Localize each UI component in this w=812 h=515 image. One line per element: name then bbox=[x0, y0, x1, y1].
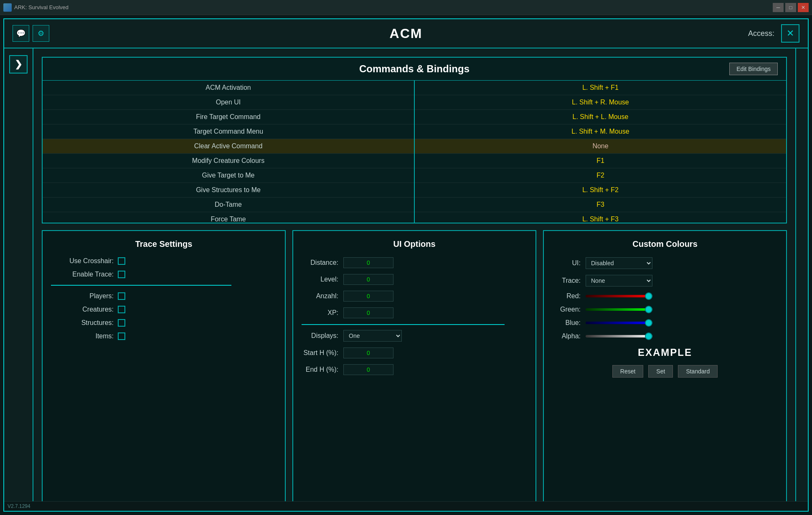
alpha-slider[interactable] bbox=[586, 335, 652, 337]
command-name: Modify Creature Colours bbox=[43, 154, 414, 168]
blue-slider[interactable] bbox=[586, 322, 652, 324]
green-slider[interactable] bbox=[586, 308, 652, 311]
trace-colour-row: Trace: None Red Green Blue bbox=[552, 275, 778, 287]
window-close-button[interactable]: ✕ bbox=[798, 3, 809, 12]
command-name: Open UI bbox=[43, 95, 414, 110]
ui-colour-select[interactable]: Disabled Enabled bbox=[586, 257, 652, 269]
table-row[interactable]: Give Structures to Me L. Shift + F2 bbox=[43, 183, 786, 198]
ui-options-title: UI Options bbox=[302, 239, 527, 249]
distance-row: Distance: 0 bbox=[302, 257, 527, 268]
command-binding: L. Shift + F1 bbox=[414, 81, 786, 95]
command-binding: F2 bbox=[414, 168, 786, 183]
xp-input[interactable]: 0 bbox=[343, 307, 393, 318]
table-row[interactable]: Give Target to Me F2 bbox=[43, 168, 786, 183]
table-row[interactable]: ACM Activation L. Shift + F1 bbox=[43, 81, 786, 95]
command-name: Target Command Menu bbox=[43, 124, 414, 139]
commands-scroll[interactable]: ACM Activation L. Shift + F1 Open UI L. … bbox=[43, 81, 786, 223]
enable-trace-checkbox[interactable] bbox=[118, 271, 125, 278]
red-slider[interactable] bbox=[586, 295, 652, 297]
alpha-row: Alpha: bbox=[552, 332, 778, 340]
trace-settings-panel: Trace Settings Use Crosshair: Enable Tra… bbox=[42, 230, 286, 502]
sidebar-arrow[interactable]: ❯ bbox=[9, 55, 28, 74]
alpha-label: Alpha: bbox=[552, 332, 586, 340]
creatures-checkbox[interactable] bbox=[118, 306, 125, 313]
end-h-input[interactable]: 0 bbox=[343, 364, 393, 375]
title-bar-controls: ─ □ ✕ bbox=[773, 3, 809, 12]
set-button[interactable]: Set bbox=[648, 365, 673, 378]
reset-button[interactable]: Reset bbox=[612, 365, 644, 378]
end-h-label: End H (%): bbox=[302, 366, 343, 373]
enable-trace-label: Enable Trace: bbox=[51, 271, 118, 278]
creatures-label: Creatures: bbox=[51, 306, 118, 313]
trace-colour-select[interactable]: None Red Green Blue bbox=[586, 275, 652, 287]
enable-trace-row: Enable Trace: bbox=[51, 271, 277, 278]
app-icon bbox=[3, 3, 12, 12]
players-row: Players: bbox=[51, 292, 277, 300]
commands-header: Commands & Bindings Edit Bindings bbox=[43, 58, 786, 81]
trace-colour-label: Trace: bbox=[552, 277, 586, 284]
settings-icon[interactable]: ⚙ bbox=[33, 25, 49, 42]
command-name: Give Structures to Me bbox=[43, 183, 414, 198]
use-crosshair-checkbox[interactable] bbox=[118, 257, 125, 265]
xp-label: XP: bbox=[302, 309, 343, 317]
header-icons: 💬 ⚙ bbox=[13, 25, 49, 42]
standard-button[interactable]: Standard bbox=[678, 365, 718, 378]
command-binding: None bbox=[414, 139, 786, 154]
distance-label: Distance: bbox=[302, 259, 343, 266]
items-label: Items: bbox=[51, 332, 118, 340]
players-checkbox[interactable] bbox=[118, 292, 125, 300]
displays-row: Displays: One Two Three bbox=[302, 330, 527, 342]
table-row[interactable]: Fire Target Command L. Shift + L. Mouse bbox=[43, 110, 786, 124]
level-input[interactable]: 0 bbox=[343, 274, 393, 285]
example-text: EXAMPLE bbox=[552, 347, 778, 358]
anzahl-input[interactable]: 0 bbox=[343, 291, 393, 302]
ui-colour-label: UI: bbox=[552, 259, 586, 267]
command-binding: L. Shift + M. Mouse bbox=[414, 124, 786, 139]
command-binding: L. Shift + F2 bbox=[414, 183, 786, 198]
creatures-row: Creatures: bbox=[51, 306, 277, 313]
ui-options-panel: UI Options Distance: 0 Level: 0 Anzahl: … bbox=[292, 230, 536, 502]
command-name: ACM Activation bbox=[43, 81, 414, 95]
command-binding: F3 bbox=[414, 198, 786, 212]
structures-label: Structures: bbox=[51, 319, 118, 327]
blue-label: Blue: bbox=[552, 319, 586, 327]
distance-input[interactable]: 0 bbox=[343, 257, 393, 268]
close-button[interactable]: ✕ bbox=[781, 24, 799, 43]
version-bar: V2.7.1294 bbox=[4, 501, 808, 511]
command-binding: L. Shift + F3 bbox=[414, 212, 786, 223]
red-label: Red: bbox=[552, 292, 586, 300]
command-name: Clear Active Command bbox=[43, 139, 414, 154]
content-area: ❯ Commands & Bindings Edit Bindings ACM … bbox=[4, 48, 808, 511]
commands-table: ACM Activation L. Shift + F1 Open UI L. … bbox=[43, 81, 786, 223]
access-label: Access: bbox=[748, 29, 774, 38]
players-label: Players: bbox=[51, 292, 118, 300]
version-text: V2.7.1294 bbox=[8, 503, 30, 509]
table-row[interactable]: Clear Active Command None bbox=[43, 139, 786, 154]
bottom-sections: Trace Settings Use Crosshair: Enable Tra… bbox=[42, 230, 787, 502]
table-row[interactable]: Open UI L. Shift + R. Mouse bbox=[43, 95, 786, 110]
table-row[interactable]: Force Tame L. Shift + F3 bbox=[43, 212, 786, 223]
custom-colours-panel: Custom Colours UI: Disabled Enabled Trac… bbox=[543, 230, 787, 502]
anzahl-row: Anzahl: 0 bbox=[302, 291, 527, 302]
chat-icon[interactable]: 💬 bbox=[13, 25, 29, 42]
ui-colour-row: UI: Disabled Enabled bbox=[552, 257, 778, 269]
right-panel bbox=[795, 48, 808, 511]
main-window: 💬 ⚙ ACM Access: ✕ ❯ Commands & Bindings … bbox=[3, 18, 809, 512]
colour-buttons: Reset Set Standard bbox=[552, 365, 778, 378]
anzahl-label: Anzahl: bbox=[302, 292, 343, 300]
minimize-button[interactable]: ─ bbox=[773, 3, 784, 12]
start-h-input[interactable]: 0 bbox=[343, 348, 393, 358]
maximize-button[interactable]: □ bbox=[785, 3, 796, 12]
ui-divider bbox=[302, 324, 505, 325]
command-binding: L. Shift + R. Mouse bbox=[414, 95, 786, 110]
xp-row: XP: 0 bbox=[302, 307, 527, 318]
table-row[interactable]: Target Command Menu L. Shift + M. Mouse bbox=[43, 124, 786, 139]
structures-checkbox[interactable] bbox=[118, 319, 125, 327]
edit-bindings-button[interactable]: Edit Bindings bbox=[729, 63, 778, 75]
header: 💬 ⚙ ACM Access: ✕ bbox=[4, 19, 808, 48]
table-row[interactable]: Do-Tame F3 bbox=[43, 198, 786, 212]
items-checkbox[interactable] bbox=[118, 332, 125, 340]
table-row[interactable]: Modify Creature Colours F1 bbox=[43, 154, 786, 168]
red-row: Red: bbox=[552, 292, 778, 300]
displays-select[interactable]: One Two Three bbox=[343, 330, 402, 342]
